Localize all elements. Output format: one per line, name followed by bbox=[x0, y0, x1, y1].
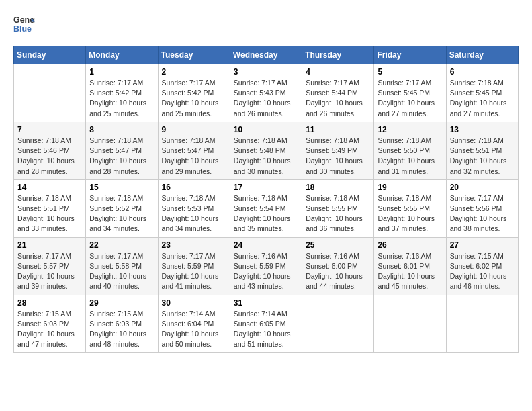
weekday-header: Wednesday bbox=[230, 46, 302, 64]
day-number: 18 bbox=[306, 183, 370, 192]
calendar-cell bbox=[446, 295, 518, 353]
calendar-week-row: 7Sunrise: 7:18 AM Sunset: 5:46 PM Daylig… bbox=[14, 122, 519, 179]
calendar-cell: 20Sunrise: 7:17 AM Sunset: 5:56 PM Dayli… bbox=[446, 179, 518, 237]
day-info: Sunrise: 7:15 AM Sunset: 6:02 PM Dayligh… bbox=[450, 251, 515, 292]
calendar-table: SundayMondayTuesdayWednesdayThursdayFrid… bbox=[13, 46, 519, 353]
day-info: Sunrise: 7:16 AM Sunset: 6:00 PM Dayligh… bbox=[306, 251, 370, 292]
day-number: 26 bbox=[378, 240, 442, 250]
day-info: Sunrise: 7:17 AM Sunset: 5:59 PM Dayligh… bbox=[162, 251, 226, 292]
day-info: Sunrise: 7:18 AM Sunset: 5:49 PM Dayligh… bbox=[306, 136, 370, 177]
day-info: Sunrise: 7:18 AM Sunset: 5:55 PM Dayligh… bbox=[378, 193, 442, 234]
day-number: 28 bbox=[17, 298, 82, 308]
day-info: Sunrise: 7:18 AM Sunset: 5:45 PM Dayligh… bbox=[450, 78, 515, 119]
calendar-cell: 27Sunrise: 7:15 AM Sunset: 6:02 PM Dayli… bbox=[446, 237, 518, 295]
calendar-cell: 6Sunrise: 7:18 AM Sunset: 5:45 PM Daylig… bbox=[446, 64, 518, 122]
day-number: 4 bbox=[306, 67, 370, 77]
weekday-header: Friday bbox=[374, 46, 446, 64]
day-number: 7 bbox=[17, 125, 82, 134]
calendar-cell: 9Sunrise: 7:18 AM Sunset: 5:47 PM Daylig… bbox=[158, 122, 230, 179]
weekday-header: Tuesday bbox=[158, 46, 230, 64]
calendar-cell: 2Sunrise: 7:17 AM Sunset: 5:42 PM Daylig… bbox=[158, 64, 230, 122]
calendar-week-row: 14Sunrise: 7:18 AM Sunset: 5:51 PM Dayli… bbox=[14, 179, 519, 237]
day-info: Sunrise: 7:16 AM Sunset: 6:01 PM Dayligh… bbox=[378, 251, 442, 292]
weekday-header: Sunday bbox=[14, 46, 86, 64]
day-info: Sunrise: 7:18 AM Sunset: 5:48 PM Dayligh… bbox=[234, 136, 298, 177]
day-number: 30 bbox=[162, 298, 226, 308]
calendar-cell: 14Sunrise: 7:18 AM Sunset: 5:51 PM Dayli… bbox=[14, 179, 86, 237]
day-number: 6 bbox=[450, 67, 515, 77]
day-number: 27 bbox=[450, 240, 515, 250]
day-info: Sunrise: 7:18 AM Sunset: 5:47 PM Dayligh… bbox=[89, 136, 154, 177]
day-number: 10 bbox=[234, 125, 298, 134]
day-info: Sunrise: 7:18 AM Sunset: 5:53 PM Dayligh… bbox=[162, 193, 226, 234]
calendar-cell: 4Sunrise: 7:17 AM Sunset: 5:44 PM Daylig… bbox=[302, 64, 374, 122]
day-info: Sunrise: 7:18 AM Sunset: 5:51 PM Dayligh… bbox=[450, 136, 515, 177]
calendar-cell: 15Sunrise: 7:18 AM Sunset: 5:52 PM Dayli… bbox=[86, 179, 158, 237]
calendar-cell: 28Sunrise: 7:15 AM Sunset: 6:03 PM Dayli… bbox=[14, 295, 86, 353]
logo-icon: General Blue bbox=[13, 13, 35, 35]
logo: General Blue bbox=[13, 13, 35, 35]
calendar-cell bbox=[374, 295, 446, 353]
calendar-week-row: 21Sunrise: 7:17 AM Sunset: 5:57 PM Dayli… bbox=[14, 237, 519, 295]
day-number: 8 bbox=[89, 125, 154, 134]
calendar-cell: 16Sunrise: 7:18 AM Sunset: 5:53 PM Dayli… bbox=[158, 179, 230, 237]
day-number: 21 bbox=[17, 240, 82, 250]
day-number: 15 bbox=[89, 183, 154, 192]
calendar-cell bbox=[302, 295, 374, 353]
calendar-body: 1Sunrise: 7:17 AM Sunset: 5:42 PM Daylig… bbox=[14, 64, 519, 353]
calendar-cell: 22Sunrise: 7:17 AM Sunset: 5:58 PM Dayli… bbox=[86, 237, 158, 295]
weekday-header: Monday bbox=[86, 46, 158, 64]
calendar-cell: 10Sunrise: 7:18 AM Sunset: 5:48 PM Dayli… bbox=[230, 122, 302, 179]
calendar-cell: 18Sunrise: 7:18 AM Sunset: 5:55 PM Dayli… bbox=[302, 179, 374, 237]
day-number: 13 bbox=[450, 125, 515, 134]
calendar-cell: 17Sunrise: 7:18 AM Sunset: 5:54 PM Dayli… bbox=[230, 179, 302, 237]
weekday-header: Thursday bbox=[302, 46, 374, 64]
calendar-week-row: 1Sunrise: 7:17 AM Sunset: 5:42 PM Daylig… bbox=[14, 64, 519, 122]
day-info: Sunrise: 7:18 AM Sunset: 5:46 PM Dayligh… bbox=[17, 136, 82, 177]
day-info: Sunrise: 7:15 AM Sunset: 6:03 PM Dayligh… bbox=[17, 309, 82, 350]
day-info: Sunrise: 7:17 AM Sunset: 5:58 PM Dayligh… bbox=[89, 251, 154, 292]
day-number: 11 bbox=[306, 125, 370, 134]
day-info: Sunrise: 7:18 AM Sunset: 5:51 PM Dayligh… bbox=[17, 193, 82, 234]
calendar-cell: 23Sunrise: 7:17 AM Sunset: 5:59 PM Dayli… bbox=[158, 237, 230, 295]
day-number: 3 bbox=[234, 67, 298, 77]
calendar-week-row: 28Sunrise: 7:15 AM Sunset: 6:03 PM Dayli… bbox=[14, 295, 519, 353]
day-number: 14 bbox=[17, 183, 82, 192]
calendar-cell: 3Sunrise: 7:17 AM Sunset: 5:43 PM Daylig… bbox=[230, 64, 302, 122]
day-info: Sunrise: 7:14 AM Sunset: 6:04 PM Dayligh… bbox=[162, 309, 226, 350]
day-number: 5 bbox=[378, 67, 442, 77]
day-number: 24 bbox=[234, 240, 298, 250]
day-info: Sunrise: 7:14 AM Sunset: 6:05 PM Dayligh… bbox=[234, 309, 298, 350]
day-info: Sunrise: 7:18 AM Sunset: 5:55 PM Dayligh… bbox=[306, 193, 370, 234]
calendar-cell: 13Sunrise: 7:18 AM Sunset: 5:51 PM Dayli… bbox=[446, 122, 518, 179]
calendar-cell: 5Sunrise: 7:17 AM Sunset: 5:45 PM Daylig… bbox=[374, 64, 446, 122]
calendar-cell: 21Sunrise: 7:17 AM Sunset: 5:57 PM Dayli… bbox=[14, 237, 86, 295]
calendar-cell: 24Sunrise: 7:16 AM Sunset: 5:59 PM Dayli… bbox=[230, 237, 302, 295]
day-number: 9 bbox=[162, 125, 226, 134]
day-number: 19 bbox=[378, 183, 442, 192]
day-info: Sunrise: 7:18 AM Sunset: 5:54 PM Dayligh… bbox=[234, 193, 298, 234]
weekday-header: Saturday bbox=[446, 46, 518, 64]
page-header: General Blue bbox=[13, 13, 519, 35]
day-number: 25 bbox=[306, 240, 370, 250]
day-number: 22 bbox=[89, 240, 154, 250]
day-info: Sunrise: 7:16 AM Sunset: 5:59 PM Dayligh… bbox=[234, 251, 298, 292]
calendar-cell: 26Sunrise: 7:16 AM Sunset: 6:01 PM Dayli… bbox=[374, 237, 446, 295]
calendar-header-row: SundayMondayTuesdayWednesdayThursdayFrid… bbox=[14, 46, 519, 64]
day-info: Sunrise: 7:18 AM Sunset: 5:47 PM Dayligh… bbox=[162, 136, 226, 177]
day-number: 2 bbox=[162, 67, 226, 77]
day-info: Sunrise: 7:17 AM Sunset: 5:43 PM Dayligh… bbox=[234, 78, 298, 119]
day-info: Sunrise: 7:17 AM Sunset: 5:57 PM Dayligh… bbox=[17, 251, 82, 292]
day-info: Sunrise: 7:17 AM Sunset: 5:56 PM Dayligh… bbox=[450, 193, 515, 234]
day-info: Sunrise: 7:17 AM Sunset: 5:45 PM Dayligh… bbox=[378, 78, 442, 119]
calendar-cell: 30Sunrise: 7:14 AM Sunset: 6:04 PM Dayli… bbox=[158, 295, 230, 353]
calendar-cell: 31Sunrise: 7:14 AM Sunset: 6:05 PM Dayli… bbox=[230, 295, 302, 353]
calendar-cell bbox=[14, 64, 86, 122]
svg-text:Blue: Blue bbox=[13, 24, 32, 34]
day-info: Sunrise: 7:17 AM Sunset: 5:42 PM Dayligh… bbox=[89, 78, 154, 119]
day-number: 16 bbox=[162, 183, 226, 192]
calendar-cell: 7Sunrise: 7:18 AM Sunset: 5:46 PM Daylig… bbox=[14, 122, 86, 179]
day-info: Sunrise: 7:18 AM Sunset: 5:50 PM Dayligh… bbox=[378, 136, 442, 177]
calendar-cell: 29Sunrise: 7:15 AM Sunset: 6:03 PM Dayli… bbox=[86, 295, 158, 353]
day-info: Sunrise: 7:17 AM Sunset: 5:42 PM Dayligh… bbox=[162, 78, 226, 119]
